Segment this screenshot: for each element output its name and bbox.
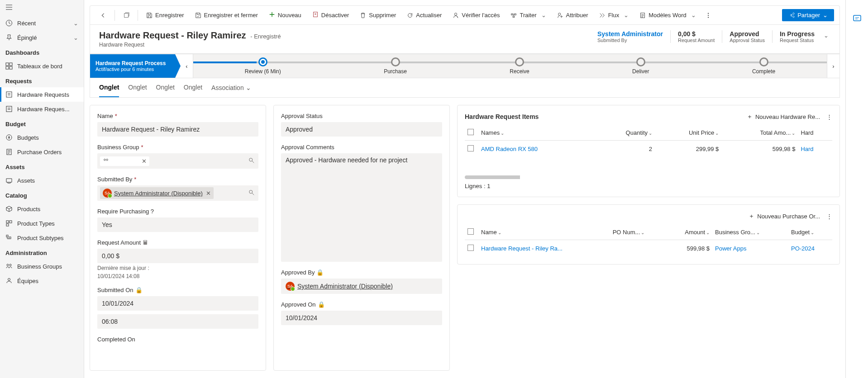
header-field-status[interactable]: In Progress Request Status — [772, 30, 822, 43]
sidebar-item-products[interactable]: Products — [0, 202, 84, 216]
bpf-stage-deliver[interactable]: Deliver — [632, 57, 649, 75]
row-checkbox[interactable] — [467, 145, 474, 151]
lock-icon: 🔒 — [318, 301, 325, 308]
remove-tag-button[interactable]: ✕ — [142, 158, 147, 165]
delete-button[interactable]: Supprimer — [355, 9, 401, 21]
sidebar-recent[interactable]: Récent ⌄ — [0, 16, 84, 30]
item-price: 299,99 $ — [655, 141, 721, 158]
appby-label: Approved By🔒 — [281, 269, 442, 276]
col-amount[interactable]: Amount⌄ — [667, 225, 712, 240]
back-button[interactable] — [95, 9, 111, 21]
bpf-header[interactable]: Hardware Request Process Actif/active po… — [90, 54, 181, 78]
bpf-stage-complete[interactable]: Complete — [752, 57, 775, 75]
flow-button[interactable]: Flux⌄ — [595, 9, 634, 21]
name-field[interactable]: Hardware Request - Riley Ramirez — [97, 122, 258, 137]
sidebar-item-dashboards[interactable]: Tableaux de bord — [0, 59, 84, 73]
table-row[interactable]: AMD Radeon RX 580 2 299,99 $ 599,98 $ Ha… — [465, 141, 832, 158]
horizontal-scrollbar[interactable] — [465, 175, 832, 179]
item-hard[interactable]: Hard — [801, 146, 813, 152]
word-templates-button[interactable]: Modèles Word⌄ — [635, 9, 701, 21]
po-bg[interactable]: Power Apps — [715, 245, 746, 252]
col-po[interactable]: PO Num...⌄ — [610, 225, 667, 240]
approved-on-field[interactable]: 10/01/2024 — [281, 311, 442, 325]
header-expand-button[interactable]: ⌄ — [822, 30, 830, 43]
save-label: Enregistrer — [155, 12, 184, 19]
assign-button[interactable]: Attribuer — [553, 9, 593, 21]
col-qty[interactable]: Quantity⌄ — [595, 125, 655, 141]
svg-point-31 — [249, 190, 253, 193]
approved-by-field[interactable]: SA System Administrator (Disponible) — [281, 279, 442, 294]
lookup-search-icon[interactable] — [248, 189, 255, 197]
bpf-next-button[interactable]: › — [827, 54, 839, 78]
subgrid-more-button[interactable]: ⋮ — [826, 213, 832, 220]
po-name[interactable]: Hardware Request - Riley Ra... — [481, 245, 563, 252]
sidebar-item-budgets[interactable]: Budgets — [0, 130, 84, 145]
remove-tag-button[interactable]: ✕ — [206, 190, 211, 197]
bpf-stage-receive[interactable]: Receive — [510, 57, 529, 75]
approval-status-field[interactable]: Approved — [281, 122, 442, 137]
sidebar-item-product-subtypes[interactable]: Product Subtypes — [0, 231, 84, 245]
tab-4[interactable]: Onglet — [184, 78, 202, 97]
col-hard[interactable]: Hard — [798, 125, 832, 141]
select-all-checkbox[interactable] — [467, 129, 474, 135]
new-button[interactable]: Nouveau — [264, 9, 306, 22]
sidebar-item-hardware-requests-2[interactable]: Hardware Reques... — [0, 102, 84, 116]
chevron-down-icon: ⌄ — [541, 12, 546, 19]
lookup-search-icon[interactable] — [248, 157, 255, 165]
check-access-button[interactable]: Vérifier l'accès — [448, 9, 504, 21]
col-total[interactable]: Total Amo...⌄ — [721, 125, 798, 141]
col-price[interactable]: Unit Price⌄ — [655, 125, 721, 141]
hf-lbl: Request Amount — [678, 38, 715, 43]
share-button[interactable]: Partager ⌄ — [782, 9, 834, 21]
refresh-button[interactable]: Actualiser — [402, 9, 446, 21]
bpf-stage-purchase[interactable]: Purchase — [384, 57, 407, 75]
save-close-button[interactable]: Enregistrer et fermer — [191, 9, 262, 21]
sidebar-pinned[interactable]: Épinglé ⌄ — [0, 30, 84, 45]
save-button[interactable]: Enregistrer — [142, 9, 189, 21]
item-name[interactable]: AMD Radeon RX 580 — [481, 146, 538, 152]
tab-1[interactable]: Onglet — [99, 78, 119, 97]
avatar-icon: SA — [103, 189, 112, 198]
add-po-button[interactable]: ＋Nouveau Purchase Or... — [749, 212, 820, 220]
tab-3[interactable]: Onglet — [156, 78, 175, 97]
require-purchasing-field[interactable]: Yes — [97, 217, 258, 232]
business-group-field[interactable]: ✕ — [97, 153, 258, 169]
subgrid-more-button[interactable]: ⋮ — [826, 113, 832, 120]
row-checkbox[interactable] — [467, 245, 474, 251]
col-budget[interactable]: Budget⌄ — [788, 225, 832, 240]
sidebar-item-teams[interactable]: Équipes — [0, 274, 84, 288]
col-bg[interactable]: Business Gro...⌄ — [712, 225, 788, 240]
select-all-checkbox[interactable] — [467, 228, 474, 235]
hamburger-icon[interactable] — [5, 4, 13, 11]
copilot-icon[interactable] — [853, 14, 862, 24]
sidebar-item-product-types[interactable]: Product Types — [0, 216, 84, 231]
submitted-by-field[interactable]: SA System Administrator (Disponible) ✕ — [97, 185, 258, 201]
bg-label: Business Group* — [97, 144, 258, 151]
bpf-stage-review[interactable]: Review (6 Min) — [245, 57, 281, 75]
header-field-amount[interactable]: 0,00 $ Request Amount — [670, 30, 722, 43]
process-button[interactable]: Traiter⌄ — [506, 9, 550, 21]
po-budget[interactable]: PO-2024 — [791, 245, 815, 252]
sidebar-item-hardware-requests[interactable]: Hardware Requests — [0, 87, 84, 102]
tab-related[interactable]: Association⌄ — [211, 78, 251, 97]
table-row[interactable]: Hardware Request - Riley Ra... 599,98 $ … — [465, 240, 832, 257]
sidebar-item-business-groups[interactable]: Business Groups — [0, 259, 84, 274]
clock-icon — [5, 19, 13, 27]
tab-2[interactable]: Onglet — [128, 78, 147, 97]
submitted-on-date-field[interactable]: 10/01/2024 — [97, 296, 258, 311]
header-field-submitted-by[interactable]: System Administrator Submitted By — [590, 30, 670, 43]
add-hardware-item-button[interactable]: ＋Nouveau Hardware Re... — [747, 113, 820, 121]
submitted-on-time-field[interactable]: 06:08 — [97, 314, 258, 329]
popup-button[interactable] — [119, 9, 134, 21]
more-commands-button[interactable] — [702, 9, 714, 21]
deactivate-button[interactable]: Désactiver — [308, 9, 353, 22]
sidebar-item-assets[interactable]: Assets — [0, 173, 84, 188]
amount-hint-1: Dernière mise à jour : — [97, 265, 258, 271]
header-field-approval[interactable]: Approved Approval Status — [722, 30, 772, 43]
sidebar-item-purchase-orders[interactable]: Purchase Orders — [0, 145, 84, 159]
col-names[interactable]: Names⌄ — [478, 125, 595, 141]
bpf-prev-button[interactable]: ‹ — [181, 54, 193, 78]
col-name[interactable]: Name⌄ — [478, 225, 610, 240]
request-amount-field[interactable]: 0,00 $ — [97, 249, 258, 263]
approval-comments-field[interactable]: Approved - Hardware needed for ne projec… — [281, 153, 442, 262]
